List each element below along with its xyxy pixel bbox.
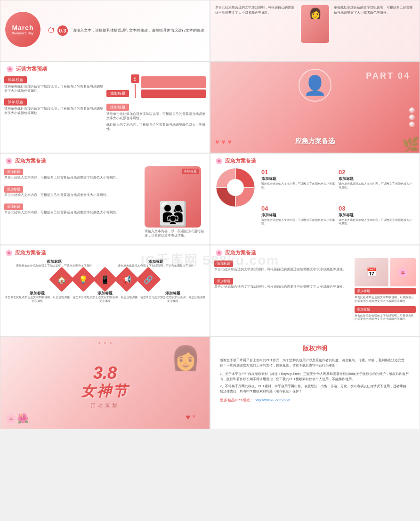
- slide5-left: 添加标题 单击此处输入文本内容，可根据自己的需要适当地调整文字的颜色大小等属性。…: [4, 166, 141, 241]
- item-num-04: 04: [261, 205, 336, 212]
- text-block-1-content: 单击此处添加合适的文字加以说明，可根据自己的需要适当地调整文字大小或者颜色等属性…: [215, 5, 296, 15]
- womens-day-label: Women's Day: [12, 32, 34, 35]
- heart-bottom-2: ♥: [192, 413, 195, 422]
- leaf-decoration: 🌿: [402, 136, 420, 153]
- deco-dot-2: [104, 342, 106, 344]
- timer-area: ⏱ 0.3: [48, 25, 68, 36]
- pearl-2: [409, 114, 415, 120]
- bottom-label-text-0: 请您单击此处添加合适文字加以说明，可适当地调整文字属性: [4, 296, 70, 303]
- num-38: 3.8: [93, 365, 117, 382]
- item-label-03: 添加标题: [339, 213, 413, 218]
- left-text-0: 单击此处添加合适的文字加以说明，可根据自己的需要适当地调整文字大小或颜色等属性。: [214, 267, 352, 271]
- chart-items: 01 添加标题 请您单击此处输入文本内容，可调整文字的颜色色大小等属性。 02 …: [259, 166, 416, 241]
- right-bottom-label: 添加标题: [355, 306, 416, 313]
- bottom-label-text-2: 请您单击此处添加合适文字加以说明，可适当地调整文字属性: [140, 296, 206, 303]
- heart-bottom-1: ♥: [186, 413, 190, 422]
- more-url[interactable]: http://588ku.com/ppt/: [255, 398, 290, 402]
- part-label: PART 04: [366, 71, 410, 81]
- calendar-icon: 📅: [366, 267, 377, 277]
- right-label: 添加标题: [182, 169, 199, 174]
- woman-silhouette-icon: 👤: [303, 74, 327, 97]
- slide8-left: 添加标题 单击此处添加合适的文字加以说明，可根据自己的需要适当地调整文字大小或颜…: [214, 258, 352, 333]
- top-label-0: 添加标题 请您单击此处添加合适文字加以说明，可达当地调整文字属性: [4, 259, 104, 268]
- slide5-right: 👨‍👩‍👧 添加标题 请输入文本内容，以一段话的形式进行描述，尽量保证文本表达清…: [145, 166, 206, 241]
- march-label: March: [12, 24, 33, 32]
- chart-item-03: 03 添加标题 请您单击此处添加输入文本内容，可调整文字的颜色或大小等属性。: [339, 205, 413, 239]
- pearl-decorations: [409, 107, 415, 127]
- item-text-02: 请您单击此处添加输入文本内容，可调整文字的颜色或大小等属性。: [339, 182, 413, 190]
- slide8-icon: 🌸: [215, 249, 223, 256]
- item-num-01: 01: [261, 169, 336, 176]
- goddess-title: 女神节: [81, 382, 129, 401]
- slide9-content: 3.8 女神节 活动策划 🌸🌺 ♥ ♥ 👩: [0, 337, 210, 429]
- section-3: 添加标题 请您单击此处添加合适文字加以说明，可根据自己的需要适当地调整文字大小或…: [106, 102, 206, 120]
- text-block-2-content: 单击此处添加合适的文字加以说明，可根据自己的需要适当地调整文字大小或者颜色等属性…: [334, 5, 415, 15]
- right-top-label: 添加标题: [355, 288, 416, 294]
- bottom-label-2: 添加标题 请您单击此处添加合适文字加以说明，可适当地调整文字属性: [140, 291, 206, 303]
- text-2-extra: 此处输入的文本内容，可根据自己的需要适当地调整颜色或大小等属性。: [106, 122, 206, 131]
- bars: [141, 76, 206, 98]
- slide7-bottom-labels: 添加标题 请您单击此处添加合适文字加以说明，可适当地调整文字属性 添加标题 请您…: [4, 291, 206, 303]
- tag-2: 添加标题 单击此处输入文本内容，可根据自己的需要适当地调整文字的颜色大小等属性。: [4, 201, 141, 214]
- diamond-icon-phone: 📱: [92, 267, 118, 292]
- slide8-images: 📅 🌸: [355, 258, 416, 286]
- left-label-0: 添加标题: [214, 260, 233, 267]
- right-text: 请输入文本内容，以一段话的形式进行描述，尽量保证文本表达清晰。: [145, 229, 206, 237]
- slide2-image: 👩: [301, 5, 329, 43]
- slide3-title: 运营方案预期: [16, 65, 47, 73]
- slide4-title: 应急方案备选: [295, 137, 335, 146]
- copyright-rule-1: 1、关于本平台PPT模板版权素材（标注：Royalty-Free）正版受中华人民…: [220, 372, 410, 382]
- bar-2: [141, 90, 206, 98]
- tag-1: 添加标题 单击此处输入文本内容，可根据自己的需要适当地调整文字大小等属性。: [4, 184, 141, 197]
- text-1: 请您单击此处添加合适文字加以说明，可根据自己的需要适当地调整文字大小或颜色等属性…: [4, 106, 104, 115]
- heart-1: ♥: [215, 138, 219, 146]
- phone-icon: 📱: [100, 275, 110, 284]
- bulb-icon: 💡: [79, 275, 88, 284]
- pie-chart-area: [214, 166, 257, 209]
- text-block-2: 单击此处添加合适的文字加以说明，可根据自己的需要适当地调整文字大小或者颜色等属性…: [334, 5, 415, 15]
- slide10-content: 版权声明 感谢您下载千库网平台上发布的PPT作品，为了您和其他用户以及原创作者的…: [210, 337, 420, 429]
- slide8-img-flowers: 🌸: [390, 258, 416, 286]
- right-bottom-text: 单击此处添加合适的文字加以说明，可根据自己的需要适当地调整文字大小或颜色等属性。: [355, 314, 416, 322]
- dollar-icon: $: [131, 74, 139, 83]
- slide7-body: 添加标题 请您单击此处添加合适文字加以说明，可达当地调整文字属性 添加标题 请您…: [0, 258, 210, 333]
- deco-dot-1: [98, 342, 100, 344]
- bottom-label-title-0: 添加标题: [4, 291, 70, 296]
- slide3-body: 添加标题 请您单击此处添加合适文字加以说明，可根据自己的需要适当地调整文字大小或…: [0, 74, 210, 149]
- bar-chart: 添加标题 $: [106, 74, 206, 98]
- bottom-label-0: 添加标题 请您单击此处添加合适文字加以说明，可适当地调整文字属性: [4, 291, 70, 303]
- hearts-bottom: ♥ ♥: [186, 413, 195, 422]
- diamond-icon-link: 🔗: [136, 267, 161, 292]
- slide3-header: 🌸 运营方案预期: [0, 62, 210, 74]
- diamond-icon-home: 🏠: [49, 267, 74, 292]
- flower-decoration: 🌸🌺: [5, 413, 29, 424]
- slide8-right: 📅 🌸 添加标题 单击此处添加合适的文字加以说明，可根据自己的需要适当地调整文字…: [355, 258, 416, 333]
- pearl-1: [409, 107, 415, 113]
- left-text-1: 单击此处添加合适的文字加以说明，可根据自己的需要适当地调整文字大小或颜色等属性。: [214, 285, 352, 289]
- slide5-header: 🌸 应急方案备选: [0, 154, 210, 166]
- slide-part04: PART 04 👤 ♥ ♥ ♥ 应急方案备选 🌿: [210, 61, 420, 153]
- label-1: 添加标题: [4, 98, 27, 106]
- slide8-header: 🌸 应急方案备选: [210, 245, 420, 258]
- slide-yingji-left: 🌸 应急方案备选 添加标题 单击此处输入文本内容，可根据自己的需要适当地调整文字…: [0, 153, 210, 245]
- slide8-bottom-tags: 添加标题 单击此处添加合适的文字加以说明，可根据自己的需要适当地调整文字大小或颜…: [355, 288, 416, 321]
- top-label-text-0: 请您单击此处添加合适文字加以说明，可达当地调整文字属性: [4, 264, 104, 268]
- label-0: 添加标题: [4, 76, 27, 83]
- diamond-icon-speaker: 📢: [114, 267, 139, 292]
- label-3: 添加标题: [106, 104, 129, 111]
- slide-copyright: 版权声明 感谢您下载千库网平台上发布的PPT作品，为了您和其他用户以及原创作者的…: [210, 337, 420, 429]
- slide8-img-calendar: 📅: [355, 258, 388, 286]
- right-top-text: 单击此处添加合适的文字加以说明，可根据自己的需要适当地调整文字大小或颜色等属性。: [355, 296, 416, 303]
- slide5-illustration: 👨‍👩‍👧 添加标题: [145, 166, 201, 228]
- slide8-body: 添加标题 单击此处添加合适的文字加以说明，可根据自己的需要适当地调整文字大小或颜…: [210, 258, 420, 333]
- slide-march-intro: March Women's Day ⏱ 0.3 请输入文本，请根据具体情况进行文…: [0, 0, 210, 61]
- tag-label-2: 添加标题: [4, 204, 23, 210]
- slide5-body: 添加标题 单击此处输入文本内容，可根据自己的需要适当地调整文字的颜色大小等属性。…: [0, 166, 210, 241]
- tag-text-2: 单击此处输入文本内容，可根据自己的需要适当地调整文字的颜色大小等属性。: [4, 210, 141, 214]
- left-section-1: 添加标题 单击此处添加合适的文字加以说明，可根据自己的需要适当地调整文字大小或颜…: [214, 276, 352, 289]
- deco-dot-3: [110, 342, 112, 344]
- item-text-03: 请您单击此处添加输入文本内容，可调整文字的颜色或大小等属性。: [339, 219, 413, 226]
- copyright-title: 版权声明: [220, 344, 410, 353]
- bar-1: [141, 76, 206, 88]
- left-section-0: 添加标题 单击此处添加合适的文字加以说明，可根据自己的需要适当地调整文字大小或颜…: [214, 258, 352, 271]
